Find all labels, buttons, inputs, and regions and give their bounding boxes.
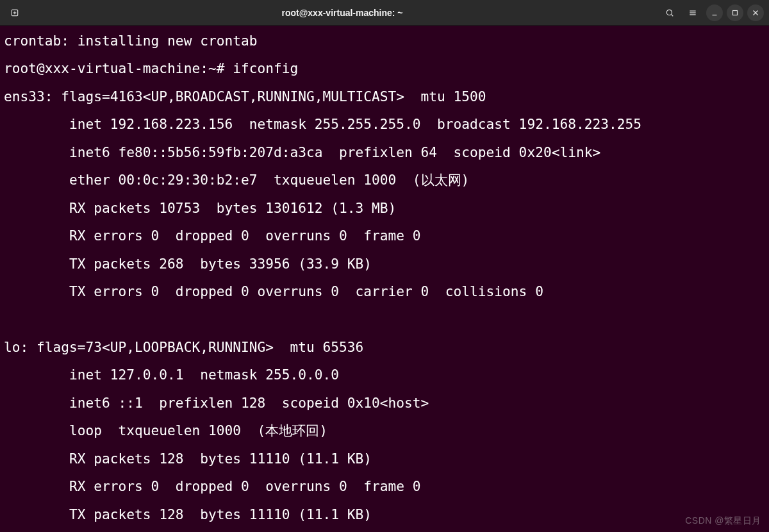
window-title: root@xxx-virtual-machine: ~ (24, 8, 660, 18)
svg-rect-9 (733, 10, 738, 15)
maximize-button[interactable] (727, 4, 743, 21)
svg-point-3 (666, 10, 672, 15)
titlebar: root@xxx-virtual-machine: ~ (0, 0, 769, 26)
new-tab-button[interactable] (5, 3, 24, 22)
watermark: CSDN @繁星日月 (685, 515, 761, 527)
search-button[interactable] (660, 3, 679, 22)
terminal-output[interactable]: crontab: installing new crontab root@xxx… (0, 26, 769, 529)
hamburger-menu-button[interactable] (683, 3, 702, 22)
svg-line-4 (672, 14, 674, 16)
close-button[interactable] (747, 4, 764, 21)
minimize-button[interactable] (706, 4, 723, 21)
